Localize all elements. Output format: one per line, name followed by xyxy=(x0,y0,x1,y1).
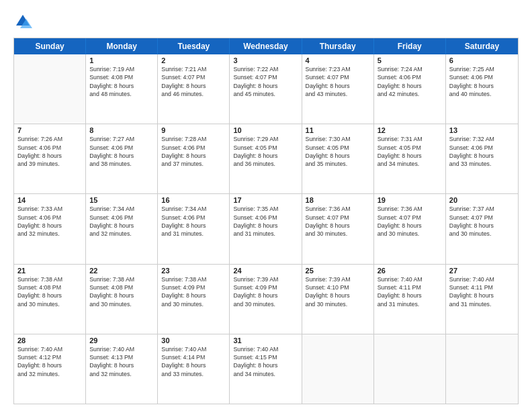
day-number: 15 xyxy=(89,196,154,204)
weekday-header-saturday: Saturday xyxy=(446,38,518,54)
day-cell-1: 1Sunrise: 7:19 AMSunset: 4:08 PMDaylight… xyxy=(86,54,158,124)
calendar-header: SundayMondayTuesdayWednesdayThursdayFrid… xyxy=(14,38,518,54)
day-info: Sunrise: 7:25 AMSunset: 4:06 PMDaylight:… xyxy=(449,65,515,98)
day-cell-14: 14Sunrise: 7:33 AMSunset: 4:06 PMDayligh… xyxy=(14,194,86,263)
day-cell-27: 27Sunrise: 7:40 AMSunset: 4:11 PMDayligh… xyxy=(446,265,518,334)
day-info: Sunrise: 7:23 AMSunset: 4:07 PMDaylight:… xyxy=(306,65,370,98)
day-cell-7: 7Sunrise: 7:26 AMSunset: 4:06 PMDaylight… xyxy=(14,124,86,193)
day-number: 19 xyxy=(378,196,442,204)
day-number: 2 xyxy=(161,56,226,64)
day-cell-5: 5Sunrise: 7:24 AMSunset: 4:06 PMDaylight… xyxy=(374,54,446,124)
day-number: 5 xyxy=(378,56,442,64)
day-number: 11 xyxy=(306,126,370,134)
day-cell-empty xyxy=(446,334,518,404)
day-info: Sunrise: 7:30 AMSunset: 4:05 PMDaylight:… xyxy=(306,135,370,168)
weekday-header-friday: Friday xyxy=(374,38,446,54)
day-cell-25: 25Sunrise: 7:39 AMSunset: 4:10 PMDayligh… xyxy=(302,265,374,334)
day-info: Sunrise: 7:39 AMSunset: 4:09 PMDaylight:… xyxy=(233,275,298,308)
calendar-body: 1Sunrise: 7:19 AMSunset: 4:08 PMDaylight… xyxy=(14,54,518,404)
day-info: Sunrise: 7:36 AMSunset: 4:07 PMDaylight:… xyxy=(306,205,370,238)
calendar-row-2: 14Sunrise: 7:33 AMSunset: 4:06 PMDayligh… xyxy=(14,193,518,263)
day-number: 3 xyxy=(233,56,298,64)
day-number: 10 xyxy=(233,126,298,134)
day-cell-empty xyxy=(302,334,374,404)
weekday-header-wednesday: Wednesday xyxy=(230,38,302,54)
day-cell-16: 16Sunrise: 7:34 AMSunset: 4:06 PMDayligh… xyxy=(158,194,230,263)
day-cell-6: 6Sunrise: 7:25 AMSunset: 4:06 PMDaylight… xyxy=(446,54,518,124)
day-info: Sunrise: 7:40 AMSunset: 4:11 PMDaylight:… xyxy=(378,275,442,308)
day-info: Sunrise: 7:40 AMSunset: 4:12 PMDaylight:… xyxy=(17,345,82,378)
day-cell-22: 22Sunrise: 7:38 AMSunset: 4:08 PMDayligh… xyxy=(86,265,158,334)
day-number: 9 xyxy=(161,126,226,134)
day-info: Sunrise: 7:40 AMSunset: 4:11 PMDaylight:… xyxy=(449,275,515,308)
day-cell-24: 24Sunrise: 7:39 AMSunset: 4:09 PMDayligh… xyxy=(230,265,302,334)
day-info: Sunrise: 7:19 AMSunset: 4:08 PMDaylight:… xyxy=(89,65,154,98)
logo xyxy=(13,12,35,31)
day-info: Sunrise: 7:40 AMSunset: 4:13 PMDaylight:… xyxy=(89,345,154,378)
day-info: Sunrise: 7:24 AMSunset: 4:06 PMDaylight:… xyxy=(378,65,442,98)
day-cell-21: 21Sunrise: 7:38 AMSunset: 4:08 PMDayligh… xyxy=(14,265,86,334)
day-info: Sunrise: 7:34 AMSunset: 4:06 PMDaylight:… xyxy=(161,205,226,238)
calendar-row-1: 7Sunrise: 7:26 AMSunset: 4:06 PMDaylight… xyxy=(14,124,518,193)
day-number: 14 xyxy=(17,196,82,204)
day-cell-11: 11Sunrise: 7:30 AMSunset: 4:05 PMDayligh… xyxy=(302,124,374,193)
day-cell-2: 2Sunrise: 7:21 AMSunset: 4:07 PMDaylight… xyxy=(158,54,230,124)
day-number: 22 xyxy=(89,267,154,275)
day-number: 29 xyxy=(89,336,154,345)
day-info: Sunrise: 7:29 AMSunset: 4:05 PMDaylight:… xyxy=(233,135,298,168)
day-cell-4: 4Sunrise: 7:23 AMSunset: 4:07 PMDaylight… xyxy=(302,54,374,124)
day-number: 30 xyxy=(161,336,226,345)
day-info: Sunrise: 7:34 AMSunset: 4:06 PMDaylight:… xyxy=(89,205,154,238)
day-cell-31: 31Sunrise: 7:40 AMSunset: 4:15 PMDayligh… xyxy=(230,334,302,404)
day-info: Sunrise: 7:32 AMSunset: 4:06 PMDaylight:… xyxy=(449,135,515,168)
day-info: Sunrise: 7:36 AMSunset: 4:07 PMDaylight:… xyxy=(378,205,442,238)
day-info: Sunrise: 7:21 AMSunset: 4:07 PMDaylight:… xyxy=(161,65,226,98)
day-info: Sunrise: 7:26 AMSunset: 4:06 PMDaylight:… xyxy=(17,135,82,168)
day-cell-15: 15Sunrise: 7:34 AMSunset: 4:06 PMDayligh… xyxy=(86,194,158,263)
day-cell-9: 9Sunrise: 7:28 AMSunset: 4:06 PMDaylight… xyxy=(158,124,230,193)
calendar: SundayMondayTuesdayWednesdayThursdayFrid… xyxy=(13,38,519,404)
day-number: 20 xyxy=(449,196,515,204)
day-number: 7 xyxy=(17,126,82,134)
day-cell-20: 20Sunrise: 7:37 AMSunset: 4:07 PMDayligh… xyxy=(446,194,518,263)
day-cell-10: 10Sunrise: 7:29 AMSunset: 4:05 PMDayligh… xyxy=(230,124,302,193)
calendar-row-0: 1Sunrise: 7:19 AMSunset: 4:08 PMDaylight… xyxy=(14,54,518,124)
day-number: 27 xyxy=(449,267,515,275)
day-cell-29: 29Sunrise: 7:40 AMSunset: 4:13 PMDayligh… xyxy=(86,334,158,404)
day-info: Sunrise: 7:39 AMSunset: 4:10 PMDaylight:… xyxy=(306,275,370,308)
day-info: Sunrise: 7:40 AMSunset: 4:15 PMDaylight:… xyxy=(233,345,298,378)
calendar-row-3: 21Sunrise: 7:38 AMSunset: 4:08 PMDayligh… xyxy=(14,264,518,334)
day-number: 24 xyxy=(233,267,298,275)
day-cell-12: 12Sunrise: 7:31 AMSunset: 4:05 PMDayligh… xyxy=(374,124,446,193)
day-number: 4 xyxy=(306,56,370,64)
day-cell-26: 26Sunrise: 7:40 AMSunset: 4:11 PMDayligh… xyxy=(374,265,446,334)
day-number: 8 xyxy=(89,126,154,134)
day-number: 13 xyxy=(449,126,515,134)
header xyxy=(13,12,519,31)
weekday-header-tuesday: Tuesday xyxy=(158,38,230,54)
weekday-header-thursday: Thursday xyxy=(302,38,374,54)
day-number: 16 xyxy=(161,196,226,204)
day-number: 31 xyxy=(233,336,298,345)
day-number: 1 xyxy=(89,56,154,64)
day-number: 26 xyxy=(378,267,442,275)
day-number: 12 xyxy=(378,126,442,134)
day-cell-18: 18Sunrise: 7:36 AMSunset: 4:07 PMDayligh… xyxy=(302,194,374,263)
day-info: Sunrise: 7:40 AMSunset: 4:14 PMDaylight:… xyxy=(161,345,226,378)
day-number: 6 xyxy=(449,56,515,64)
day-info: Sunrise: 7:31 AMSunset: 4:05 PMDaylight:… xyxy=(378,135,442,168)
day-cell-23: 23Sunrise: 7:38 AMSunset: 4:09 PMDayligh… xyxy=(158,265,230,334)
day-info: Sunrise: 7:37 AMSunset: 4:07 PMDaylight:… xyxy=(449,205,515,238)
day-cell-30: 30Sunrise: 7:40 AMSunset: 4:14 PMDayligh… xyxy=(158,334,230,404)
day-cell-8: 8Sunrise: 7:27 AMSunset: 4:06 PMDaylight… xyxy=(86,124,158,193)
day-info: Sunrise: 7:33 AMSunset: 4:06 PMDaylight:… xyxy=(17,205,82,238)
day-cell-13: 13Sunrise: 7:32 AMSunset: 4:06 PMDayligh… xyxy=(446,124,518,193)
day-cell-19: 19Sunrise: 7:36 AMSunset: 4:07 PMDayligh… xyxy=(374,194,446,263)
weekday-header-monday: Monday xyxy=(86,38,158,54)
day-info: Sunrise: 7:38 AMSunset: 4:09 PMDaylight:… xyxy=(161,275,226,308)
day-number: 21 xyxy=(17,267,82,275)
day-number: 23 xyxy=(161,267,226,275)
day-info: Sunrise: 7:35 AMSunset: 4:06 PMDaylight:… xyxy=(233,205,298,238)
calendar-row-4: 28Sunrise: 7:40 AMSunset: 4:12 PMDayligh… xyxy=(14,334,518,404)
day-cell-empty xyxy=(374,334,446,404)
